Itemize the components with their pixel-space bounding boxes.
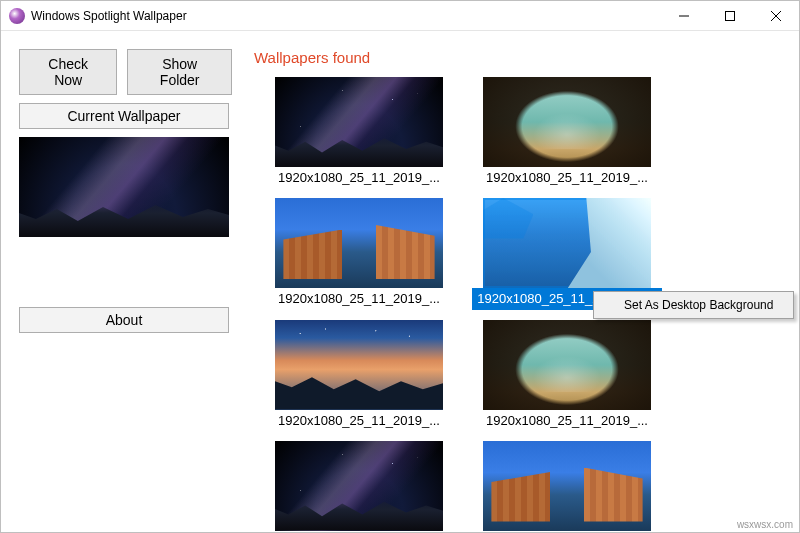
check-now-button[interactable]: Check Now [19,49,117,95]
current-wallpaper-button[interactable]: Current Wallpaper [19,103,229,129]
wallpaper-thumbnail[interactable] [483,320,651,410]
wallpapers-found-label: Wallpapers found [246,49,799,77]
wallpaper-caption: 1920x1080_25_11_2019_... [264,410,454,431]
wallpaper-thumbnail[interactable] [483,441,651,531]
wallpaper-item[interactable]: 1920x1080_25_11_2019_... [472,77,662,188]
svg-rect-0 [726,11,735,20]
wallpaper-caption: 1920x1080_25_11_2019_... [472,531,662,532]
current-wallpaper-section: Current Wallpaper [19,103,232,237]
app-window: Windows Spotlight Wallpaper Check Now Sh… [0,0,800,533]
about-button[interactable]: About [19,307,229,333]
toolbar: Check Now Show Folder [19,49,232,95]
main-panel: Wallpapers found 1920x1080_25_11_2019_..… [246,31,799,532]
minimize-button[interactable] [661,1,707,31]
menu-set-as-desktop[interactable]: Set As Desktop Background [596,294,791,316]
wallpaper-item[interactable]: 1920x1080_25_11_2019_... [264,77,454,188]
wallpaper-item[interactable]: 1920x1080_25_11_2019_... [472,441,662,532]
wallpaper-thumbnail[interactable] [275,198,443,288]
wallpaper-item[interactable]: 1920x1080_25_11_2019_... [472,320,662,431]
title-bar: Windows Spotlight Wallpaper [1,1,799,31]
wallpaper-caption: 1920x1080_25_11_2019_... [472,167,662,188]
close-icon [771,11,781,21]
wallpaper-thumbnail[interactable] [275,77,443,167]
context-menu[interactable]: Set As Desktop Background [593,291,794,319]
about-section: About [19,307,232,333]
maximize-button[interactable] [707,1,753,31]
show-folder-button[interactable]: Show Folder [127,49,232,95]
wallpaper-item[interactable]: 1920x1080_25_11_2019_... [264,198,454,310]
wallpaper-caption: 1920x1080_25_11_2019_... [264,288,454,309]
wallpaper-thumbnail[interactable] [275,320,443,410]
wallpaper-item[interactable]: 1920x1080_25_11_2019_... [264,320,454,431]
minimize-icon [679,11,689,21]
wallpaper-thumbnail[interactable] [483,198,651,288]
app-body: Check Now Show Folder Current Wallpaper … [1,31,799,532]
sidebar: Check Now Show Folder Current Wallpaper … [1,31,246,532]
wallpaper-caption: 1920x1080_25_11_2019_... [264,167,454,188]
wallpaper-caption: 1920x1080_25_11_2019_... [264,531,454,532]
window-title: Windows Spotlight Wallpaper [31,9,187,23]
app-icon [9,8,25,24]
wallpaper-item[interactable]: 1920x1080_25_11_2019_... [264,441,454,532]
current-wallpaper-preview[interactable] [19,137,229,237]
close-button[interactable] [753,1,799,31]
wallpaper-thumbnail[interactable] [275,441,443,531]
wallpaper-thumbnail[interactable] [483,77,651,167]
wallpaper-caption: 1920x1080_25_11_2019_... [472,410,662,431]
maximize-icon [725,11,735,21]
watermark: wsxwsx.com [737,519,793,530]
